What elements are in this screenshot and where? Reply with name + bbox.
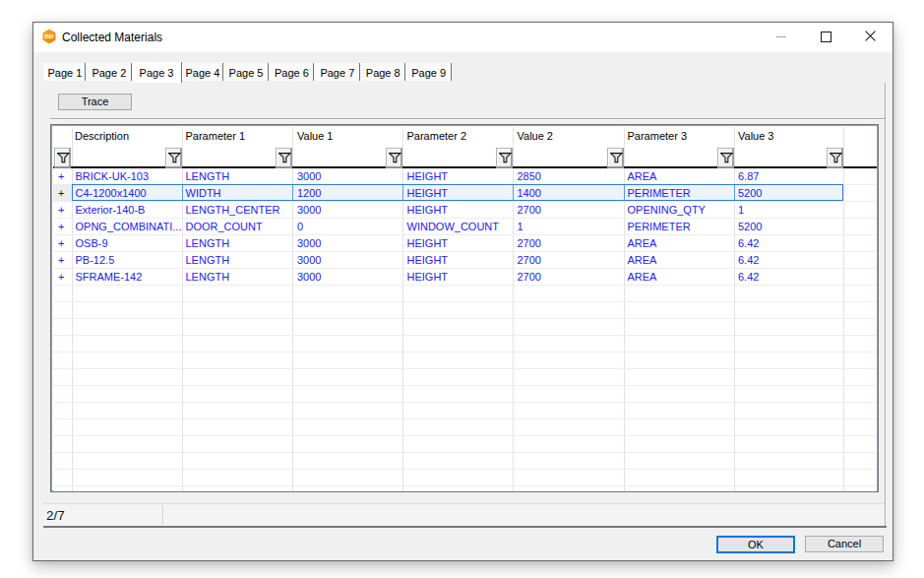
svg-text:BD: BD bbox=[45, 32, 54, 39]
